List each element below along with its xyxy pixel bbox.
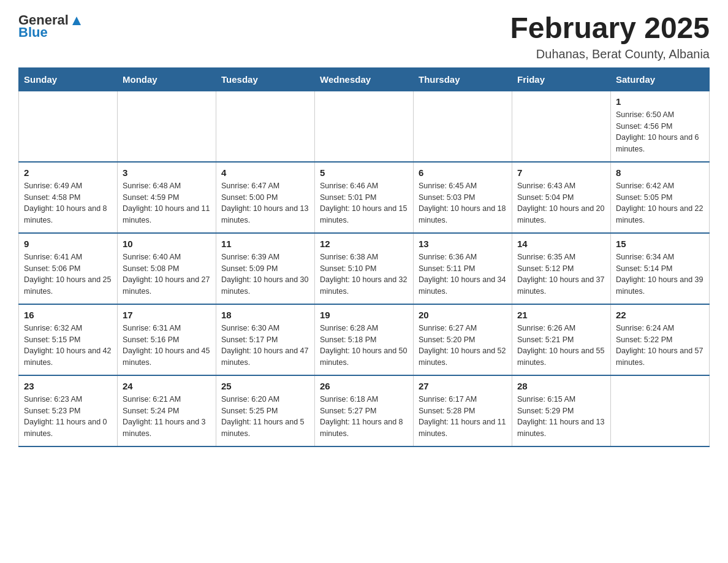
calendar-cell: 2Sunrise: 6:49 AMSunset: 4:58 PMDaylight… bbox=[19, 162, 118, 233]
weekday-saturday: Saturday bbox=[611, 67, 710, 91]
calendar-cell: 7Sunrise: 6:43 AMSunset: 5:04 PMDaylight… bbox=[512, 162, 611, 233]
weekday-monday: Monday bbox=[118, 67, 216, 91]
day-number: 8 bbox=[616, 167, 704, 178]
day-info: Sunrise: 6:43 AMSunset: 5:04 PMDaylight:… bbox=[517, 180, 605, 226]
calendar-cell: 3Sunrise: 6:48 AMSunset: 4:59 PMDaylight… bbox=[118, 162, 216, 233]
day-info: Sunrise: 6:23 AMSunset: 5:23 PMDaylight:… bbox=[24, 394, 112, 440]
calendar-cell: 26Sunrise: 6:18 AMSunset: 5:27 PMDayligh… bbox=[315, 375, 414, 446]
day-info: Sunrise: 6:32 AMSunset: 5:15 PMDaylight:… bbox=[24, 323, 112, 369]
calendar-cell: 11Sunrise: 6:39 AMSunset: 5:09 PMDayligh… bbox=[216, 233, 315, 304]
day-number: 11 bbox=[221, 239, 309, 249]
calendar-cell: 27Sunrise: 6:17 AMSunset: 5:28 PMDayligh… bbox=[414, 375, 512, 446]
calendar-cell: 10Sunrise: 6:40 AMSunset: 5:08 PMDayligh… bbox=[118, 233, 216, 304]
calendar-cell bbox=[611, 375, 710, 446]
calendar-cell bbox=[118, 91, 216, 162]
calendar-cell: 16Sunrise: 6:32 AMSunset: 5:15 PMDayligh… bbox=[19, 304, 118, 375]
calendar-cell: 20Sunrise: 6:27 AMSunset: 5:20 PMDayligh… bbox=[414, 304, 512, 375]
day-number: 4 bbox=[221, 167, 309, 178]
calendar-cell: 28Sunrise: 6:15 AMSunset: 5:29 PMDayligh… bbox=[512, 375, 611, 446]
calendar-week-3: 9Sunrise: 6:41 AMSunset: 5:06 PMDaylight… bbox=[19, 233, 710, 304]
day-info: Sunrise: 6:17 AMSunset: 5:28 PMDaylight:… bbox=[419, 394, 507, 440]
day-info: Sunrise: 6:20 AMSunset: 5:25 PMDaylight:… bbox=[221, 394, 309, 440]
day-number: 3 bbox=[123, 167, 211, 178]
day-info: Sunrise: 6:42 AMSunset: 5:05 PMDaylight:… bbox=[616, 180, 704, 226]
day-info: Sunrise: 6:46 AMSunset: 5:01 PMDaylight:… bbox=[320, 180, 408, 226]
day-info: Sunrise: 6:47 AMSunset: 5:00 PMDaylight:… bbox=[221, 180, 309, 226]
weekday-thursday: Thursday bbox=[414, 67, 512, 91]
calendar-cell: 6Sunrise: 6:45 AMSunset: 5:03 PMDaylight… bbox=[414, 162, 512, 233]
day-info: Sunrise: 6:31 AMSunset: 5:16 PMDaylight:… bbox=[123, 323, 211, 369]
calendar-cell: 8Sunrise: 6:42 AMSunset: 5:05 PMDaylight… bbox=[611, 162, 710, 233]
svg-marker-0 bbox=[72, 17, 81, 25]
day-info: Sunrise: 6:18 AMSunset: 5:27 PMDaylight:… bbox=[320, 394, 408, 440]
day-info: Sunrise: 6:24 AMSunset: 5:22 PMDaylight:… bbox=[616, 323, 704, 369]
logo: General Blue bbox=[18, 12, 83, 40]
day-number: 27 bbox=[419, 381, 507, 391]
day-number: 2 bbox=[24, 167, 112, 178]
weekday-tuesday: Tuesday bbox=[216, 67, 315, 91]
calendar-subtitle: Duhanas, Berat County, Albania bbox=[510, 47, 710, 61]
day-info: Sunrise: 6:30 AMSunset: 5:17 PMDaylight:… bbox=[221, 323, 309, 369]
calendar-cell: 23Sunrise: 6:23 AMSunset: 5:23 PMDayligh… bbox=[19, 375, 118, 446]
calendar-cell: 25Sunrise: 6:20 AMSunset: 5:25 PMDayligh… bbox=[216, 375, 315, 446]
calendar-cell: 13Sunrise: 6:36 AMSunset: 5:11 PMDayligh… bbox=[414, 233, 512, 304]
day-number: 12 bbox=[320, 239, 408, 249]
day-info: Sunrise: 6:40 AMSunset: 5:08 PMDaylight:… bbox=[123, 251, 211, 297]
calendar-cell: 12Sunrise: 6:38 AMSunset: 5:10 PMDayligh… bbox=[315, 233, 414, 304]
calendar-week-1: 1Sunrise: 6:50 AMSunset: 4:56 PMDaylight… bbox=[19, 91, 710, 162]
calendar-cell bbox=[414, 91, 512, 162]
day-number: 21 bbox=[517, 310, 605, 320]
weekday-friday: Friday bbox=[512, 67, 611, 91]
calendar-cell: 22Sunrise: 6:24 AMSunset: 5:22 PMDayligh… bbox=[611, 304, 710, 375]
calendar-cell bbox=[512, 91, 611, 162]
day-number: 13 bbox=[419, 239, 507, 249]
calendar-cell: 9Sunrise: 6:41 AMSunset: 5:06 PMDaylight… bbox=[19, 233, 118, 304]
day-info: Sunrise: 6:49 AMSunset: 4:58 PMDaylight:… bbox=[24, 180, 112, 226]
calendar-cell: 19Sunrise: 6:28 AMSunset: 5:18 PMDayligh… bbox=[315, 304, 414, 375]
calendar-cell: 15Sunrise: 6:34 AMSunset: 5:14 PMDayligh… bbox=[611, 233, 710, 304]
page-header: General Blue February 2025 Duhanas, Bera… bbox=[18, 12, 710, 61]
day-number: 18 bbox=[221, 310, 309, 320]
day-info: Sunrise: 6:35 AMSunset: 5:12 PMDaylight:… bbox=[517, 251, 605, 297]
day-info: Sunrise: 6:28 AMSunset: 5:18 PMDaylight:… bbox=[320, 323, 408, 369]
weekday-sunday: Sunday bbox=[19, 67, 118, 91]
calendar-cell: 24Sunrise: 6:21 AMSunset: 5:24 PMDayligh… bbox=[118, 375, 216, 446]
calendar-cell: 14Sunrise: 6:35 AMSunset: 5:12 PMDayligh… bbox=[512, 233, 611, 304]
day-number: 5 bbox=[320, 167, 408, 178]
day-number: 26 bbox=[320, 381, 408, 391]
day-number: 7 bbox=[517, 167, 605, 178]
day-info: Sunrise: 6:41 AMSunset: 5:06 PMDaylight:… bbox=[24, 251, 112, 297]
calendar-cell: 4Sunrise: 6:47 AMSunset: 5:00 PMDaylight… bbox=[216, 162, 315, 233]
day-number: 15 bbox=[616, 239, 704, 249]
day-info: Sunrise: 6:26 AMSunset: 5:21 PMDaylight:… bbox=[517, 323, 605, 369]
day-info: Sunrise: 6:48 AMSunset: 4:59 PMDaylight:… bbox=[123, 180, 211, 226]
logo-triangle-icon bbox=[70, 14, 83, 28]
calendar-body: 1Sunrise: 6:50 AMSunset: 4:56 PMDaylight… bbox=[19, 91, 710, 446]
calendar-cell: 1Sunrise: 6:50 AMSunset: 4:56 PMDaylight… bbox=[611, 91, 710, 162]
day-info: Sunrise: 6:27 AMSunset: 5:20 PMDaylight:… bbox=[419, 323, 507, 369]
day-number: 6 bbox=[419, 167, 507, 178]
logo-blue-text: Blue bbox=[18, 25, 48, 40]
calendar-cell bbox=[19, 91, 118, 162]
weekday-row: Sunday Monday Tuesday Wednesday Thursday… bbox=[19, 67, 710, 91]
calendar-week-4: 16Sunrise: 6:32 AMSunset: 5:15 PMDayligh… bbox=[19, 304, 710, 375]
day-info: Sunrise: 6:36 AMSunset: 5:11 PMDaylight:… bbox=[419, 251, 507, 297]
day-info: Sunrise: 6:34 AMSunset: 5:14 PMDaylight:… bbox=[616, 251, 704, 297]
day-info: Sunrise: 6:39 AMSunset: 5:09 PMDaylight:… bbox=[221, 251, 309, 297]
calendar-week-5: 23Sunrise: 6:23 AMSunset: 5:23 PMDayligh… bbox=[19, 375, 710, 446]
day-info: Sunrise: 6:38 AMSunset: 5:10 PMDaylight:… bbox=[320, 251, 408, 297]
day-info: Sunrise: 6:21 AMSunset: 5:24 PMDaylight:… bbox=[123, 394, 211, 440]
day-number: 25 bbox=[221, 381, 309, 391]
day-number: 17 bbox=[123, 310, 211, 320]
calendar-table: Sunday Monday Tuesday Wednesday Thursday… bbox=[18, 67, 710, 447]
calendar-cell: 18Sunrise: 6:30 AMSunset: 5:17 PMDayligh… bbox=[216, 304, 315, 375]
day-info: Sunrise: 6:45 AMSunset: 5:03 PMDaylight:… bbox=[419, 180, 507, 226]
weekday-wednesday: Wednesday bbox=[315, 67, 414, 91]
calendar-cell: 21Sunrise: 6:26 AMSunset: 5:21 PMDayligh… bbox=[512, 304, 611, 375]
day-number: 19 bbox=[320, 310, 408, 320]
calendar-cell: 5Sunrise: 6:46 AMSunset: 5:01 PMDaylight… bbox=[315, 162, 414, 233]
day-number: 16 bbox=[24, 310, 112, 320]
day-number: 22 bbox=[616, 310, 704, 320]
day-number: 28 bbox=[517, 381, 605, 391]
day-number: 1 bbox=[616, 96, 704, 107]
